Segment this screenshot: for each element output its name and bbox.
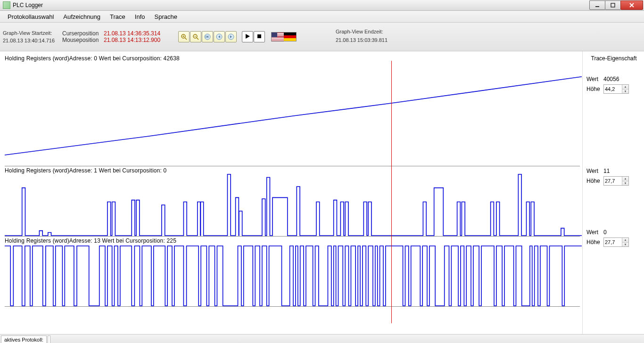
nav-prev-icon <box>216 33 223 40</box>
menu-info[interactable]: Info <box>130 12 150 22</box>
graph-stack[interactable]: Holding Registers (word)Adresse: 0 Wert … <box>5 54 582 307</box>
hoehe-down-2[interactable]: ▼ <box>622 243 628 247</box>
hoehe-input-0[interactable] <box>604 85 622 93</box>
plot-0[interactable]: Holding Registers (word)Adresse: 0 Wert … <box>5 54 580 166</box>
nav-next-icon <box>228 33 234 40</box>
hoehe-label: Höhe <box>586 178 603 184</box>
nav-first-icon <box>204 33 211 40</box>
window-titlebar: PLC Logger <box>0 0 644 11</box>
hoehe-up-0[interactable]: ▲ <box>622 85 628 90</box>
window-maximize-button[interactable] <box>605 0 621 10</box>
wert-label: Wert <box>586 229 603 236</box>
flag-de-button[interactable] <box>284 33 296 41</box>
stop-button[interactable] <box>254 31 265 42</box>
trace-properties-panel: Trace-Eigenschaft Wert40056Höhe▲▼Wert11H… <box>582 51 644 334</box>
plot-2[interactable]: Holding Registers (word)Adresse: 13 Wert… <box>5 237 580 307</box>
wert-value-1: 11 <box>603 168 610 174</box>
graph-start-value: 21.08.13 13:40:14.716 <box>3 37 59 44</box>
graph-end-value: 21.08.13 15:03:39.811 <box>336 36 388 44</box>
hoehe-up-1[interactable]: ▲ <box>622 177 628 181</box>
menubar: Protokollauswahl Aufzeichnung Trace Info… <box>0 11 644 23</box>
svg-line-5 <box>185 38 187 40</box>
hoehe-stepper-1[interactable]: ▲▼ <box>603 176 629 186</box>
hoehe-input-2[interactable] <box>604 238 622 246</box>
zoom-in-icon <box>181 33 187 40</box>
wert-label: Wert <box>586 168 603 174</box>
hoehe-stepper-0[interactable]: ▲▼ <box>603 84 629 94</box>
zoom-out-button[interactable] <box>190 31 201 42</box>
zoom-in-button[interactable] <box>178 31 190 42</box>
status-protocol-value <box>48 335 50 343</box>
window-close-button[interactable] <box>620 0 643 10</box>
stop-icon <box>256 33 262 41</box>
menu-aufzeichnung[interactable]: Aufzeichnung <box>58 12 105 22</box>
flag-us-button[interactable] <box>272 33 284 41</box>
status-protocol-label: aktives Protokoll: <box>1 335 47 343</box>
menu-trace[interactable]: Trace <box>105 12 130 22</box>
graph-end-label: Graph-View Endzeit: <box>336 27 388 36</box>
hoehe-label: Höhe <box>586 239 603 245</box>
hoehe-down-1[interactable]: ▼ <box>622 181 628 186</box>
play-button[interactable] <box>242 31 253 42</box>
hoehe-label: Höhe <box>586 86 603 92</box>
language-flags <box>271 32 297 41</box>
trace-properties-header: Trace-Eigenschaft <box>586 55 641 62</box>
svg-rect-19 <box>257 34 261 38</box>
hoehe-stepper-2[interactable]: ▲▼ <box>603 237 629 247</box>
mouse-pos-value: 21.08.13 14:13:12.900 <box>104 37 160 43</box>
hoehe-input-1[interactable] <box>604 177 622 185</box>
cursor-pos-label: Curserposition <box>62 30 104 37</box>
mouse-pos-label: Mouseposition <box>62 37 104 43</box>
wert-label: Wert <box>586 76 603 82</box>
svg-marker-18 <box>246 34 250 39</box>
nav-prev-button[interactable] <box>214 31 225 42</box>
nav-next-button[interactable] <box>225 31 237 42</box>
window-title: PLC Logger <box>13 2 43 8</box>
nav-first-button[interactable] <box>202 31 213 42</box>
plot-1[interactable]: Holding Registers (word)Adresse: 1 Wert … <box>5 166 580 237</box>
wert-value-0: 40056 <box>603 76 619 82</box>
wert-value-2: 0 <box>603 229 607 236</box>
svg-line-9 <box>197 38 198 40</box>
hoehe-down-0[interactable]: ▼ <box>622 90 628 94</box>
cursor-pos-value: 21.08.13 14:36:35.314 <box>104 30 160 37</box>
hoehe-up-2[interactable]: ▲ <box>622 238 628 243</box>
play-icon <box>245 33 250 41</box>
menu-sprache[interactable]: Sprache <box>150 12 182 22</box>
window-minimize-button[interactable] <box>589 0 605 10</box>
zoom-out-icon <box>192 33 199 40</box>
statusbar: aktives Protokoll: <box>0 334 644 343</box>
svg-rect-1 <box>611 3 615 7</box>
app-icon <box>3 1 10 9</box>
menu-protokollauswahl[interactable]: Protokollauswahl <box>3 12 58 22</box>
graph-start-label: Graph-View Startzeit: <box>3 29 59 37</box>
toolbar: Graph-View Startzeit: 21.08.13 13:40:14.… <box>0 23 644 51</box>
